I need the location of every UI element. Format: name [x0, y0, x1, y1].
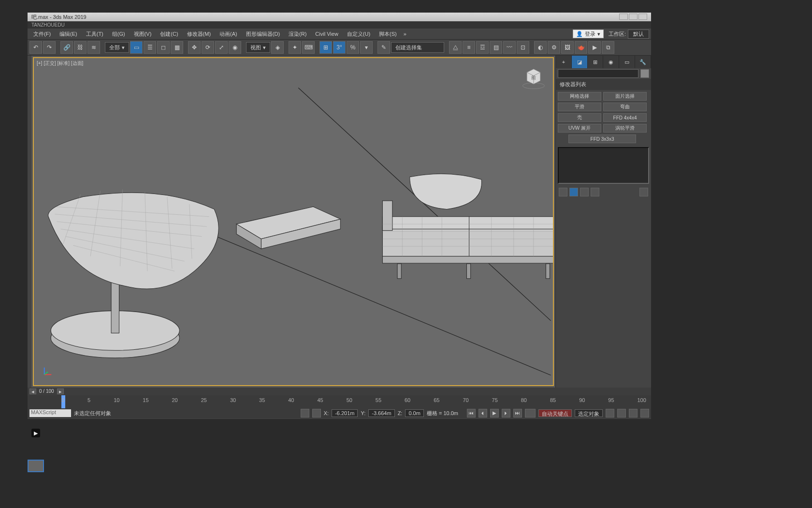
- login-dropdown[interactable]: 👤 登录 ▾: [573, 30, 604, 38]
- modbtn-mesh-select[interactable]: 网格选择: [558, 92, 601, 101]
- scale-button[interactable]: ⤢: [215, 41, 228, 54]
- open-autodesk-button[interactable]: ⧉: [602, 41, 614, 54]
- layer-explorer-button[interactable]: ☲: [476, 41, 489, 54]
- goto-start-button[interactable]: ⏮: [467, 409, 476, 418]
- link-button[interactable]: 🔗: [60, 41, 73, 54]
- minimize-button[interactable]: [619, 14, 628, 20]
- placement-button[interactable]: ◉: [229, 41, 241, 54]
- curve-editor-button[interactable]: 〰: [503, 41, 516, 54]
- autokey-toggle[interactable]: 自动关键点: [538, 409, 572, 417]
- display-tab[interactable]: ▭: [619, 56, 635, 68]
- nav-fov-button[interactable]: [629, 409, 638, 418]
- modbtn-shell[interactable]: 壳: [558, 113, 601, 122]
- menu-customize[interactable]: 自定义(U): [343, 29, 374, 39]
- edit-named-sel-button[interactable]: ✎: [377, 41, 390, 54]
- modifier-stack[interactable]: [558, 147, 649, 184]
- keyboard-shortcut-button[interactable]: ⌨: [302, 41, 315, 54]
- video-play-icon[interactable]: ▶: [31, 429, 40, 437]
- menu-rendering[interactable]: 渲染(R): [285, 29, 310, 39]
- menu-group[interactable]: 组(G): [108, 29, 129, 39]
- modify-tab[interactable]: ◪: [572, 56, 588, 68]
- viewport-label[interactable]: [+] [正交] [标准] [边面]: [37, 60, 83, 67]
- keyfilters-dropdown[interactable]: 选定对象: [575, 409, 603, 417]
- redo-button[interactable]: ↷: [43, 41, 56, 54]
- modbtn-turbosmooth[interactable]: 涡轮平滑: [603, 124, 647, 133]
- select-object-button[interactable]: ▭: [130, 41, 143, 54]
- viewport-thumbnail[interactable]: [28, 460, 44, 472]
- schematic-view-button[interactable]: ⊡: [517, 41, 529, 54]
- y-field[interactable]: -3.664m: [368, 409, 394, 417]
- selection-set-dropdown[interactable]: 创建选择集: [391, 42, 444, 53]
- menu-modifiers[interactable]: 修改器(M): [183, 29, 215, 39]
- angle-snap-button[interactable]: 3°: [333, 41, 346, 54]
- menu-grapheditors[interactable]: 图形编辑器(D): [242, 29, 284, 39]
- modbtn-smooth[interactable]: 平滑: [558, 103, 601, 111]
- hierarchy-tab[interactable]: ⊞: [588, 56, 604, 68]
- modbtn-patch-select[interactable]: 面片选择: [603, 92, 647, 101]
- menu-animation[interactable]: 动画(A): [216, 29, 241, 39]
- manipulate-button[interactable]: ✦: [289, 41, 301, 54]
- configure-sets-button[interactable]: [639, 188, 648, 196]
- modbtn-ffd3[interactable]: FFD 3x3x3: [568, 134, 636, 143]
- workspace-dropdown[interactable]: 默认: [628, 30, 649, 39]
- move-button[interactable]: ✥: [188, 41, 201, 54]
- key-mode-button[interactable]: [525, 409, 536, 418]
- select-by-name-button[interactable]: ☰: [144, 41, 156, 54]
- goto-end-button[interactable]: ⏭: [513, 409, 522, 418]
- modifier-list-label[interactable]: 修改器列表: [556, 79, 651, 90]
- timeline-prev-button[interactable]: ◂: [29, 388, 36, 394]
- rectangle-region-button[interactable]: ◻: [157, 41, 170, 54]
- align-button[interactable]: ≡: [463, 41, 475, 54]
- selection-filter-dropdown[interactable]: 全部 ▾: [105, 42, 129, 53]
- render-setup-button[interactable]: ⚙: [548, 41, 560, 54]
- modbtn-bend[interactable]: 弯曲: [603, 103, 647, 111]
- nav-zoom-button[interactable]: [606, 409, 614, 418]
- snap-toggle-button[interactable]: ⊞: [319, 41, 332, 54]
- material-editor-button[interactable]: ◐: [534, 41, 547, 54]
- object-color-swatch[interactable]: [640, 69, 649, 78]
- timeline-next-button[interactable]: ▸: [57, 388, 64, 394]
- unlink-button[interactable]: ⛓: [74, 41, 87, 54]
- reference-coord-dropdown[interactable]: 视图 ▾: [246, 42, 270, 53]
- render-production-button[interactable]: 🫖: [575, 41, 587, 54]
- maxscript-listener[interactable]: MAXScript: [29, 409, 71, 417]
- rotate-button[interactable]: ⟳: [202, 41, 214, 54]
- isolate-selection-button[interactable]: [301, 409, 309, 418]
- undo-button[interactable]: ↶: [29, 41, 42, 54]
- close-button[interactable]: [638, 14, 647, 20]
- pin-stack-button[interactable]: [559, 188, 567, 196]
- menu-tools[interactable]: 工具(T): [82, 29, 107, 39]
- menu-overflow-icon[interactable]: »: [402, 31, 408, 37]
- rendered-frame-button[interactable]: 🖼: [561, 41, 574, 54]
- utilities-tab[interactable]: 🔧: [635, 56, 651, 68]
- menu-file[interactable]: 文件(F): [29, 29, 55, 39]
- play-button[interactable]: ▶: [490, 409, 499, 418]
- remove-modifier-button[interactable]: [591, 188, 599, 196]
- percent-snap-button[interactable]: %: [347, 41, 359, 54]
- make-unique-button[interactable]: [580, 188, 589, 196]
- modbtn-uvw[interactable]: UVW 展开: [558, 124, 601, 133]
- scene-explorer-collapsed[interactable]: [28, 56, 31, 388]
- nav-zoomall-button[interactable]: [617, 409, 626, 418]
- prev-frame-button[interactable]: ⏴: [478, 409, 487, 418]
- window-crossing-button[interactable]: ▦: [171, 41, 183, 54]
- menu-scripting[interactable]: 脚本(S): [375, 29, 401, 39]
- object-name-field[interactable]: [558, 69, 638, 78]
- create-tab[interactable]: +: [556, 56, 572, 68]
- viewcube[interactable]: 前: [521, 65, 546, 90]
- selection-lock-button[interactable]: [312, 409, 321, 418]
- use-pivot-center-button[interactable]: ◈: [271, 41, 284, 54]
- menu-edit[interactable]: 编辑(E): [56, 29, 81, 39]
- show-end-result-button[interactable]: [569, 188, 578, 196]
- motion-tab[interactable]: ◉: [603, 56, 619, 68]
- render-iterative-button[interactable]: ▶: [588, 41, 601, 54]
- bind-spacewarp-button[interactable]: ≋: [87, 41, 100, 54]
- mirror-button[interactable]: ⧋: [449, 41, 462, 54]
- z-field[interactable]: 0.0m: [405, 409, 423, 417]
- toggle-ribbon-button[interactable]: ▤: [490, 41, 502, 54]
- menu-create[interactable]: 创建(C): [156, 29, 182, 39]
- menu-views[interactable]: 视图(V): [130, 29, 156, 39]
- next-frame-button[interactable]: ⏵: [502, 409, 510, 418]
- x-field[interactable]: -6.201m: [332, 409, 358, 417]
- maximize-button[interactable]: [629, 14, 638, 20]
